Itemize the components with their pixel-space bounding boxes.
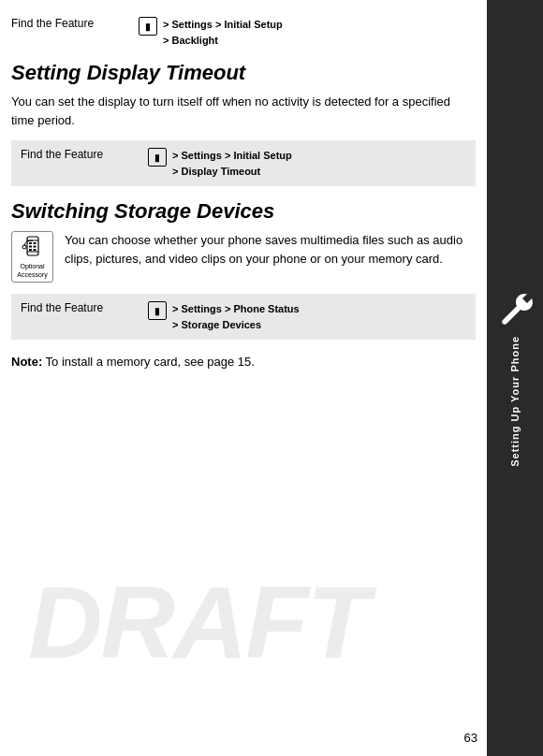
- draft-watermark: DRAFT: [28, 562, 368, 681]
- svg-rect-6: [33, 246, 36, 248]
- note-text: Note: To install a memory card, see page…: [11, 353, 476, 371]
- svg-rect-8: [33, 249, 36, 251]
- section2-nav-path-line1: > Settings > Phone Status: [172, 303, 300, 314]
- top-nav-path-line1: > Settings > Initial Setup: [163, 19, 283, 30]
- section2-find-feature-box: Find the Feature ▮ > Settings > Phone St…: [11, 294, 476, 340]
- section2-nav-path: > Settings > Phone Status > Storage Devi…: [172, 301, 300, 332]
- section2-title: Switching Storage Devices: [11, 199, 476, 224]
- top-find-feature-label: Find the Feature: [11, 17, 133, 30]
- section1-title: Setting Display Timeout: [11, 61, 476, 85]
- wrench-icon: [496, 289, 534, 327]
- page-number: 63: [464, 731, 477, 745]
- optional-accessory-box: Optional Accessory: [11, 231, 53, 283]
- main-content: Find the Feature ▮ > Settings > Initial …: [0, 9, 487, 383]
- svg-rect-4: [33, 242, 36, 244]
- section1-nav-path-line2: > Display Timeout: [172, 166, 260, 177]
- top-find-feature-row: Find the Feature ▮ > Settings > Initial …: [11, 17, 476, 48]
- note-body: To install a memory card, see page 15.: [42, 355, 255, 369]
- top-nav-path-line2: > Backlight: [163, 35, 218, 46]
- optional-accessory-icon: [20, 235, 46, 261]
- top-nav-path: > Settings > Initial Setup > Backlight: [163, 17, 283, 48]
- section2-menu-icon: ▮: [148, 301, 167, 320]
- section2-body: You can choose whether your phone saves …: [65, 231, 476, 268]
- section1-nav-path-line1: > Settings > Initial Setup: [172, 150, 292, 161]
- svg-rect-5: [29, 246, 32, 248]
- sidebar-label: Setting Up Your Phone: [509, 336, 521, 467]
- page-container: Setting Up Your Phone DRAFT Find the Fea…: [0, 0, 543, 756]
- section1-find-feature-box: Find the Feature ▮ > Settings > Initial …: [11, 140, 476, 186]
- svg-rect-7: [29, 249, 32, 251]
- section1-body: You can set the display to turn itself o…: [11, 93, 476, 129]
- section1-nav-path: > Settings > Initial Setup > Display Tim…: [172, 148, 292, 179]
- section2-nav-path-line2: > Storage Devices: [172, 319, 261, 330]
- top-menu-icon: ▮: [139, 17, 157, 36]
- accessory-text-top: Optional Accessory: [17, 263, 47, 279]
- section2-accessory-row: Optional Accessory You can choose whethe…: [11, 231, 476, 283]
- section2-find-label: Find the Feature: [21, 301, 142, 314]
- section1-find-label: Find the Feature: [21, 148, 142, 161]
- right-sidebar: Setting Up Your Phone: [487, 0, 543, 756]
- svg-rect-3: [29, 242, 32, 244]
- note-label: Note:: [11, 355, 42, 369]
- section1-menu-icon: ▮: [148, 148, 167, 167]
- svg-rect-0: [27, 237, 38, 255]
